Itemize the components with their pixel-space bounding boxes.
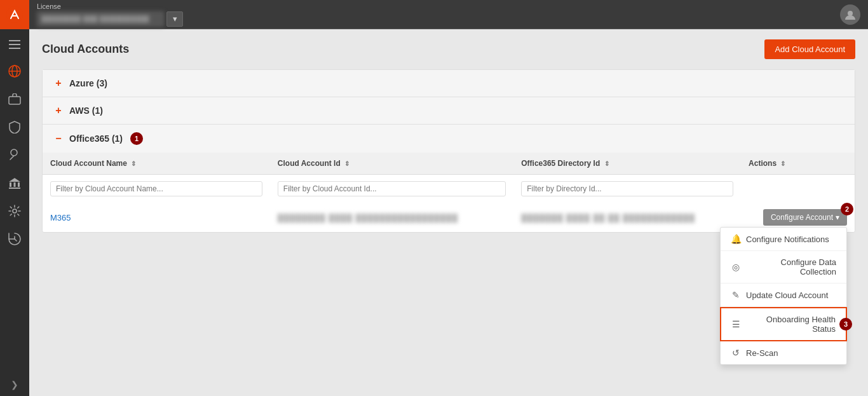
edit-icon: ✎ [731,290,741,300]
dropdown-item-onboarding-health[interactable]: ☰ Onboarding Health Status 3 [720,307,847,341]
svg-rect-2 [9,44,20,45]
configure-account-button[interactable]: Configure Account ▾ [763,209,847,226]
directory-id-value: ███████ ████ ██ ██ ████████████ [521,214,695,222]
sort-icon-account-id: ⇕ [344,160,349,167]
dropdown-label-onboarding-health: Onboarding Health Status [746,315,836,334]
license-selector: ▾ [37,11,835,27]
topbar-right [840,4,860,25]
filter-cell-account-id [270,175,513,203]
sort-icon-actions: ⇕ [780,160,785,167]
license-label: License [37,3,835,10]
dropdown-item-rescan[interactable]: ↺ Re-Scan [721,341,846,364]
sidebar: ❯ [0,0,29,396]
col-header-name[interactable]: Cloud Account Name ⇕ [43,153,270,175]
dropdown-item-data-collection[interactable]: ◎ Configure Data Collection [721,251,846,283]
office365-header[interactable]: − Office365 (1) 1 [43,125,855,153]
license-section: License ▾ [37,3,835,27]
health-icon: ☰ [731,319,741,329]
topbar: License ▾ [29,0,868,29]
account-name-link[interactable]: M365 [50,213,71,222]
data-collection-icon: ◎ [731,262,740,272]
configure-dropdown-wrapper: Configure Account ▾ 2 🔔 Configure Notifi… [763,209,847,226]
rescan-icon: ↺ [731,348,741,358]
cell-directory-id: ███████ ████ ██ ██ ████████████ [513,203,741,232]
office365-toggle-icon: − [53,133,64,144]
configure-dropdown-menu: 🔔 Configure Notifications ◎ Configure Da… [720,227,847,365]
cell-account-name: M365 [43,203,270,232]
dropdown-label-rescan: Re-Scan [746,348,778,358]
filter-input-directory-id[interactable] [521,181,733,196]
col-header-account-id[interactable]: Cloud Account Id ⇕ [270,153,513,175]
sort-icon-directory-id: ⇕ [604,160,609,167]
svg-rect-11 [9,188,20,189]
cell-actions: Configure Account ▾ 2 🔔 Configure Notifi… [741,203,855,232]
office365-table: Cloud Account Name ⇕ Cloud Account Id ⇕ … [43,153,855,232]
page-header: Cloud Accounts Add Cloud Account [42,39,855,59]
license-input[interactable] [37,11,164,27]
dropdown-label-update-account: Update Cloud Account [746,290,828,300]
svg-point-14 [848,11,853,16]
aws-name: AWS (1) [69,106,103,116]
sidebar-item-history[interactable] [0,225,29,253]
account-id-value: ████████ ████ █████████████████ [278,214,458,222]
svg-point-13 [13,209,17,213]
office365-name: Office365 (1) [69,133,123,144]
col-header-actions[interactable]: Actions ⇕ [741,153,855,175]
table-row: M365 ████████ ████ █████████████████ ███… [43,203,855,232]
svg-rect-10 [18,182,20,187]
user-avatar[interactable] [840,4,860,25]
svg-rect-8 [10,182,11,187]
azure-name: Azure (3) [69,78,107,88]
filter-input-name[interactable] [50,181,262,196]
col-header-directory-id[interactable]: Office365 Directory Id ⇕ [513,153,741,175]
filter-cell-actions [741,175,855,203]
svg-rect-7 [9,97,20,104]
filter-cell-directory-id [513,175,741,203]
office365-badge: 1 [130,132,143,145]
aws-section: + AWS (1) [43,97,855,125]
onboarding-step-badge: 3 [839,318,852,331]
sidebar-item-shield[interactable] [0,113,29,141]
add-cloud-account-button[interactable]: Add Cloud Account [764,39,855,59]
svg-rect-3 [9,48,20,49]
dropdown-label-data-collection: Configure Data Collection [745,257,836,277]
sidebar-item-tools[interactable] [0,141,29,169]
sidebar-item-globe[interactable] [0,57,29,85]
main-area: License ▾ Cloud Accounts Add Cloud Accou… [29,0,868,396]
sort-icon-name: ⇕ [131,160,136,167]
license-dropdown-btn[interactable]: ▾ [166,11,183,27]
office365-section: − Office365 (1) 1 Cloud Account Name ⇕ C… [43,125,855,232]
configure-btn-label: Configure Account [771,213,833,222]
aws-header[interactable]: + AWS (1) [43,97,855,124]
configure-btn-chevron: ▾ [836,213,839,222]
svg-marker-12 [9,178,20,182]
configure-step-badge: 2 [841,203,853,215]
dropdown-item-notifications[interactable]: 🔔 Configure Notifications [721,228,846,251]
svg-rect-9 [14,182,16,187]
dropdown-item-update-account[interactable]: ✎ Update Cloud Account [721,283,846,307]
aws-toggle-icon: + [53,105,64,116]
accounts-container: + Azure (3) + AWS (1) − Office365 (1) 1 [42,69,855,233]
sidebar-item-settings[interactable] [0,197,29,225]
bell-icon: 🔔 [731,234,741,244]
sidebar-collapse-btn[interactable]: ❯ [0,373,29,396]
svg-point-0 [6,6,23,23]
cell-account-id: ████████ ████ █████████████████ [270,203,513,232]
sidebar-item-bank[interactable] [0,169,29,197]
svg-rect-1 [9,40,20,41]
azure-section: + Azure (3) [43,70,855,97]
azure-header[interactable]: + Azure (3) [43,70,855,97]
filter-input-account-id[interactable] [278,181,506,196]
azure-toggle-icon: + [53,78,64,89]
page-title: Cloud Accounts [42,43,129,56]
dropdown-label-notifications: Configure Notifications [746,235,829,244]
hamburger-menu[interactable] [0,32,29,57]
content: Cloud Accounts Add Cloud Account + Azure… [29,29,868,396]
app-logo[interactable] [0,0,29,29]
table-header-row: Cloud Account Name ⇕ Cloud Account Id ⇕ … [43,153,855,175]
sidebar-item-briefcase[interactable] [0,85,29,113]
filter-cell-name [43,175,270,203]
filter-row [43,175,855,203]
